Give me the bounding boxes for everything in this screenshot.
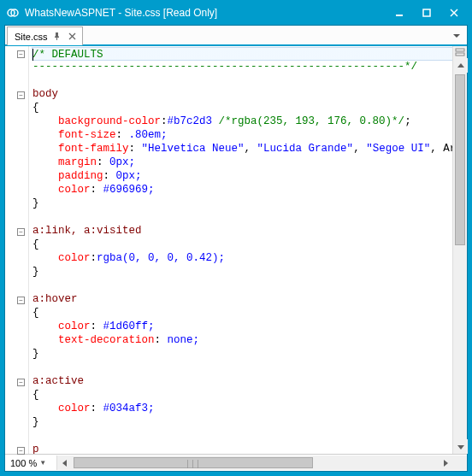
client-area: Site.css −−−−−− /* DEFAULTS-------------… bbox=[4, 25, 468, 472]
titlebar: WhatsNewASPNET - Site.css [Read Only] bbox=[1, 1, 471, 25]
code-line[interactable] bbox=[32, 210, 452, 224]
vscroll-track[interactable] bbox=[453, 73, 467, 439]
outline-collapse-icon[interactable]: − bbox=[17, 297, 25, 304]
code-line[interactable]: text-decoration: none; bbox=[32, 333, 452, 347]
outline-collapse-icon[interactable]: − bbox=[17, 447, 25, 455]
window-title: WhatsNewASPNET - Site.css [Read Only] bbox=[25, 7, 387, 19]
code-line[interactable]: { bbox=[32, 388, 452, 402]
code-line[interactable]: { bbox=[32, 306, 452, 320]
vertical-scrollbar[interactable] bbox=[452, 46, 467, 454]
thumb-grip-icon: │││ bbox=[186, 459, 201, 467]
pin-icon[interactable] bbox=[51, 31, 63, 43]
outline-collapse-icon[interactable]: − bbox=[17, 91, 25, 99]
minimize-button[interactable] bbox=[387, 4, 411, 21]
code-line[interactable]: a:link, a:visited bbox=[32, 224, 452, 238]
code-line[interactable]: } bbox=[32, 347, 452, 361]
vscroll-thumb[interactable] bbox=[455, 74, 465, 245]
code-line[interactable]: margin: 0px; bbox=[32, 156, 452, 169]
horizontal-scrollbar[interactable]: │││ bbox=[56, 455, 452, 470]
close-button[interactable] bbox=[442, 4, 466, 21]
tab-dropdown-icon[interactable] bbox=[450, 29, 463, 43]
code-line[interactable]: /* DEFAULTS bbox=[32, 47, 452, 61]
code-line[interactable]: padding: 0px; bbox=[32, 169, 452, 183]
zoom-value: 100 % bbox=[10, 458, 37, 468]
hscroll-track[interactable]: │││ bbox=[72, 455, 438, 470]
split-icon[interactable] bbox=[453, 46, 467, 58]
scroll-down-icon[interactable] bbox=[453, 439, 468, 454]
code-line[interactable]: } bbox=[32, 265, 452, 279]
code-line[interactable]: } bbox=[32, 197, 452, 210]
code-line[interactable]: body bbox=[32, 87, 452, 101]
code-line[interactable]: color:rgba(0, 0, 0, 0.42); bbox=[32, 251, 452, 265]
code-line[interactable]: a:hover bbox=[32, 292, 452, 306]
code-line[interactable]: a:active bbox=[32, 374, 452, 388]
editor: −−−−−− /* DEFAULTS----------------------… bbox=[5, 46, 467, 454]
svg-rect-9 bbox=[456, 53, 464, 56]
close-tab-icon[interactable] bbox=[67, 31, 79, 43]
code-line[interactable]: { bbox=[32, 101, 452, 115]
code-line[interactable]: color: #696969; bbox=[32, 183, 452, 197]
maximize-button[interactable] bbox=[415, 4, 439, 21]
statusbar: 100 % ▼ │││ bbox=[5, 454, 467, 471]
code-line[interactable]: ----------------------------------------… bbox=[32, 60, 452, 73]
code-line[interactable]: font-family: "Helvetica Neue", "Lucida G… bbox=[32, 142, 452, 156]
code-line[interactable]: color: #034af3; bbox=[32, 402, 452, 415]
outline-collapse-icon[interactable]: − bbox=[17, 50, 25, 58]
app-window: WhatsNewASPNET - Site.css [Read Only] Si… bbox=[0, 0, 472, 476]
code-line[interactable] bbox=[32, 279, 452, 292]
code-line[interactable]: { bbox=[32, 238, 452, 251]
hscroll-thumb[interactable]: │││ bbox=[74, 457, 313, 468]
code-line[interactable] bbox=[32, 73, 452, 87]
outline-gutter[interactable]: −−−−−− bbox=[5, 46, 29, 454]
window-buttons bbox=[387, 4, 466, 21]
tab-label: Site.css bbox=[15, 32, 48, 42]
svg-rect-3 bbox=[423, 9, 430, 16]
code-line[interactable]: color: #1d60ff; bbox=[32, 320, 452, 333]
code-area[interactable]: /* DEFAULTS-----------------------------… bbox=[29, 46, 452, 454]
zoom-control[interactable]: 100 % ▼ bbox=[5, 458, 56, 468]
scroll-left-icon[interactable] bbox=[57, 455, 72, 470]
outline-collapse-icon[interactable]: − bbox=[17, 228, 25, 236]
tabstrip: Site.css bbox=[5, 26, 467, 46]
scroll-corner bbox=[452, 455, 467, 470]
code-line[interactable]: } bbox=[32, 415, 452, 429]
scroll-right-icon[interactable] bbox=[438, 455, 452, 470]
document-tab[interactable]: Site.css bbox=[7, 26, 83, 45]
zoom-caret-icon[interactable]: ▼ bbox=[39, 459, 46, 467]
code-line[interactable] bbox=[32, 429, 452, 443]
svg-rect-2 bbox=[396, 15, 403, 16]
code-line[interactable]: font-size: .80em; bbox=[32, 128, 452, 142]
scroll-up-icon[interactable] bbox=[453, 58, 468, 73]
outline-collapse-icon[interactable]: − bbox=[17, 379, 25, 386]
app-icon bbox=[6, 6, 20, 20]
code-line[interactable] bbox=[32, 361, 452, 374]
svg-rect-8 bbox=[456, 49, 464, 51]
code-line[interactable]: background-color:#b7c2d3 /*rgba(235, 193… bbox=[32, 115, 452, 128]
code-line[interactable]: p bbox=[32, 443, 452, 454]
